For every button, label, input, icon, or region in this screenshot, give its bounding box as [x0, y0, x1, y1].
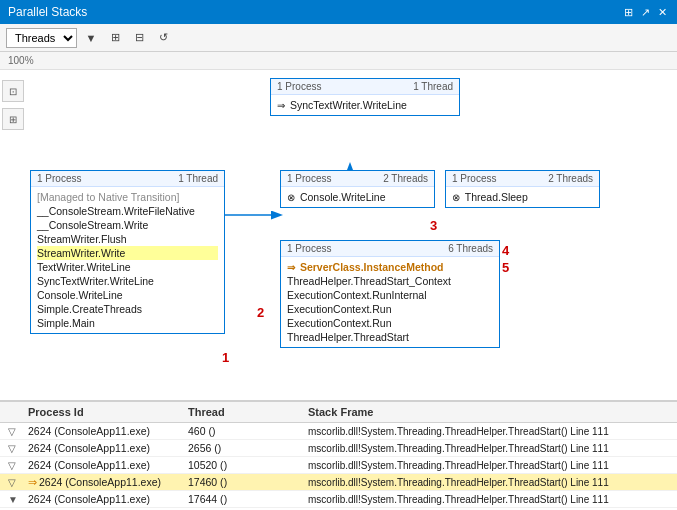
row-thread: 10520 (): [184, 458, 304, 472]
box-left-process: 1 Process: [37, 173, 81, 184]
box-right-process: 1 Process: [452, 173, 496, 184]
box-bottom-process: 1 Process: [287, 243, 331, 254]
box-mid: 1 Process 2 Threads ⊗ Console.WriteLine: [280, 170, 435, 208]
method-serverclass[interactable]: ⇒ ServerClass.InstanceMethod: [287, 260, 493, 274]
filter-button[interactable]: ▼: [81, 28, 101, 48]
method-streamwriter-flush[interactable]: StreamWriter.Flush: [37, 232, 218, 246]
label-4: 4: [502, 243, 509, 258]
row-frame: mscorlib.dll!System.Threading.ThreadHelp…: [304, 425, 673, 438]
box-top-header: 1 Process 1 Thread: [271, 79, 459, 95]
table-body: ▽ 2624 (ConsoleApp11.exe) 460 () mscorli…: [0, 423, 677, 510]
title-bar-title: Parallel Stacks: [8, 5, 87, 19]
method-console-write2[interactable]: __ConsoleStream.Write: [37, 218, 218, 232]
row-process: 2624 (ConsoleApp11.exe): [24, 492, 184, 506]
method-executionctx-run2[interactable]: ExecutionContext.Run: [287, 316, 493, 330]
row-process: ⇒2624 (ConsoleApp11.exe): [24, 475, 184, 489]
table-row[interactable]: ▼ 2624 (ConsoleApp11.exe) 17644 () mscor…: [0, 491, 677, 508]
table-row[interactable]: ▽ 2624 (ConsoleApp11.exe) 2656 () mscorl…: [0, 440, 677, 457]
left-toolbar: ⊡ ⊞: [2, 80, 24, 130]
label-1: 1: [222, 350, 229, 365]
row-frame: mscorlib.dll!System.Threading.ThreadHelp…: [304, 493, 673, 506]
table-row[interactable]: ▽ 2624 (ConsoleApp11.exe) 10520 () mscor…: [0, 457, 677, 474]
table-row[interactable]: ▽ 2624 (ConsoleApp11.exe) 460 () mscorli…: [0, 423, 677, 440]
col-process: Process Id: [24, 404, 184, 420]
layout-btn1[interactable]: ⊞: [105, 28, 125, 48]
box-top-thread: 1 Thread: [413, 81, 453, 92]
row-frame: mscorlib.dll!System.Threading.ThreadHelp…: [304, 459, 673, 472]
method-name: SyncTextWriter.WriteLine: [290, 99, 407, 111]
zoom-fit-button[interactable]: ⊡: [2, 80, 24, 102]
row-frame: mscorlib.dll!System.Threading.ThreadHelp…: [304, 476, 673, 489]
row-filter[interactable]: ▽: [4, 425, 24, 438]
method-simple-main[interactable]: Simple.Main: [37, 316, 218, 330]
method-executionctx-run1[interactable]: ExecutionContext.Run: [287, 302, 493, 316]
box-top-body: ⇒ SyncTextWriter.WriteLine: [271, 95, 459, 115]
method-icon-arrow2: ⇒: [287, 262, 295, 273]
title-bar: Parallel Stacks ⊞ ↗ ✕: [0, 0, 677, 24]
col-thread: Thread: [184, 404, 304, 420]
row-thread: 17460 (): [184, 475, 304, 489]
table-header: Process Id Thread Stack Frame: [0, 402, 677, 423]
box-bottom: 1 Process 6 Threads ⇒ ServerClass.Instan…: [280, 240, 500, 348]
view-dropdown[interactable]: Threads Tasks: [6, 28, 77, 48]
method-console-write1[interactable]: __ConsoleStream.WriteFileNative: [37, 204, 218, 218]
zoom-level: 100%: [8, 55, 34, 66]
layout-btn2[interactable]: ⊟: [129, 28, 149, 48]
box-left-body: [Managed to Native Transition] __Console…: [31, 187, 224, 333]
label-5: 5: [502, 260, 509, 275]
row-thread: 17644 (): [184, 492, 304, 506]
col-filter: [4, 404, 24, 420]
method-simple-createthreads[interactable]: Simple.CreateThreads: [37, 302, 218, 316]
table-row[interactable]: ▽ ⇒2624 (ConsoleApp11.exe) 17460 () msco…: [0, 474, 677, 491]
row-thread: 2656 (): [184, 441, 304, 455]
row-filter[interactable]: ▽: [4, 459, 24, 472]
method-streamwriter-write[interactable]: StreamWriter.Write: [37, 246, 218, 260]
box-right-body: ⊗ Thread.Sleep: [446, 187, 599, 207]
box-mid-process: 1 Process: [287, 173, 331, 184]
box-bottom-thread: 6 Threads: [448, 243, 493, 254]
box-bottom-header: 1 Process 6 Threads: [281, 241, 499, 257]
box-top-process: 1 Process: [277, 81, 321, 92]
close-button[interactable]: ✕: [656, 6, 669, 19]
zoom-bar: 100%: [0, 52, 677, 70]
row-process: 2624 (ConsoleApp11.exe): [24, 424, 184, 438]
method-textwriter-writeline[interactable]: TextWriter.WriteLine: [37, 260, 218, 274]
refresh-button[interactable]: ↺: [153, 28, 173, 48]
float-button[interactable]: ↗: [639, 6, 652, 19]
pin-button[interactable]: ⊞: [622, 6, 635, 19]
col-frame: Stack Frame: [304, 404, 673, 420]
box-bottom-body: ⇒ ServerClass.InstanceMethod ThreadHelpe…: [281, 257, 499, 347]
label-3: 3: [430, 218, 437, 233]
method-synctextwriter-writeline[interactable]: SyncTextWriter.WriteLine: [37, 274, 218, 288]
method-managed-native[interactable]: [Managed to Native Transition]: [37, 190, 218, 204]
box-left: 1 Process 1 Thread [Managed to Native Tr…: [30, 170, 225, 334]
box-top: 1 Process 1 Thread ⇒ SyncTextWriter.Writ…: [270, 78, 460, 116]
method-threadhelper-start[interactable]: ThreadHelper.ThreadStart: [287, 330, 493, 344]
box-left-thread: 1 Thread: [178, 173, 218, 184]
row-filter[interactable]: ▽: [4, 476, 24, 489]
method-threadhelper-context[interactable]: ThreadHelper.ThreadStart_Context: [287, 274, 493, 288]
method-synctextwriter[interactable]: ⇒ SyncTextWriter.WriteLine: [277, 98, 453, 112]
method-console-writeline[interactable]: Console.WriteLine: [37, 288, 218, 302]
method-icon-x2: ⊗: [452, 192, 460, 203]
row-thread: 460 (): [184, 424, 304, 438]
method-console-writeline-mid[interactable]: ⊗ Console.WriteLine: [287, 190, 428, 204]
zoom-reset-button[interactable]: ⊞: [2, 108, 24, 130]
main-area: ⊡ ⊞ 1 Process 1 Thread ⇒ SyncTextWriter.…: [0, 70, 677, 400]
label-2: 2: [257, 305, 264, 320]
box-left-header: 1 Process 1 Thread: [31, 171, 224, 187]
row-frame: mscorlib.dll!System.Threading.ThreadHelp…: [304, 442, 673, 455]
row-process: 2624 (ConsoleApp11.exe): [24, 458, 184, 472]
method-executionctx-runinternal[interactable]: ExecutionContext.RunInternal: [287, 288, 493, 302]
method-icon-arrow: ⇒: [277, 100, 285, 111]
title-bar-controls: ⊞ ↗ ✕: [622, 6, 669, 19]
row-process: 2624 (ConsoleApp11.exe): [24, 441, 184, 455]
row-filter[interactable]: ▼: [4, 493, 24, 506]
box-right-header: 1 Process 2 Threads: [446, 171, 599, 187]
method-thread-sleep[interactable]: ⊗ Thread.Sleep: [452, 190, 593, 204]
box-mid-thread: 2 Threads: [383, 173, 428, 184]
box-right-thread: 2 Threads: [548, 173, 593, 184]
bottom-panel: Process Id Thread Stack Frame ▽ 2624 (Co…: [0, 400, 677, 510]
method-icon-x1: ⊗: [287, 192, 295, 203]
row-filter[interactable]: ▽: [4, 442, 24, 455]
